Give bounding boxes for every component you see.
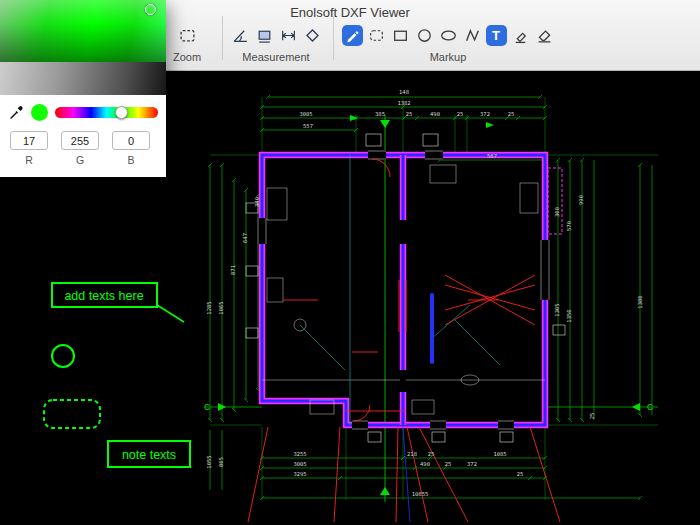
toolbar-group-zoom: Zoom	[164, 22, 210, 63]
user-annotations: add texts here note texts	[44, 283, 190, 467]
dim-text: 490	[430, 111, 440, 117]
dim-text: 25	[517, 471, 524, 477]
markup-eraser-button[interactable]	[534, 25, 555, 46]
blue-label: B	[112, 154, 150, 166]
dim-text: 871	[230, 265, 236, 275]
dashed-window-box	[548, 168, 562, 234]
clear-diamond-icon	[304, 27, 321, 44]
dashed-rounded-annotation[interactable]	[44, 400, 100, 428]
polyline-icon	[464, 27, 481, 44]
dim-text: 148	[399, 89, 409, 95]
note-texts-annotation-label: note texts	[122, 448, 176, 462]
red-label: R	[10, 154, 48, 166]
blue-value-input[interactable]	[112, 131, 150, 150]
dim-text: 3295	[293, 471, 306, 477]
lasso-selection-icon	[368, 27, 385, 44]
dim-text: 1055	[206, 455, 212, 468]
markup-circle-button[interactable]	[414, 25, 435, 46]
dim-text: 1305	[554, 303, 560, 316]
measure-clear-button[interactable]	[302, 25, 323, 46]
dim-text: 1085	[493, 451, 506, 457]
dim-arrow	[486, 122, 494, 128]
app-window: Enolsoft DXF Viewer Zoom	[0, 0, 700, 525]
circle-icon	[416, 27, 433, 44]
dim-text: 570	[566, 221, 572, 231]
dim-text: 3005	[299, 111, 312, 117]
dim-text: 25	[508, 111, 515, 117]
pencil-icon	[345, 28, 360, 43]
eraser-icon	[536, 27, 553, 44]
red-value-input[interactable]	[10, 131, 48, 150]
angle-icon	[232, 27, 249, 44]
circle-annotation[interactable]	[52, 345, 74, 367]
dim-text: 647	[242, 233, 248, 243]
zoom-group-label: Zoom	[173, 51, 201, 63]
toolbar-separator	[333, 16, 334, 60]
green-value-input[interactable]	[61, 131, 99, 150]
dim-text: 567	[487, 153, 497, 159]
measure-area-button[interactable]	[254, 25, 275, 46]
markup-highlighter-button[interactable]	[510, 25, 531, 46]
toolbar-group-measurement: Measurement	[228, 22, 324, 63]
markup-ellipse-button[interactable]	[438, 25, 459, 46]
markup-text-button[interactable]: T	[486, 25, 507, 46]
add-texts-annotation-label: add texts here	[64, 289, 143, 303]
measurement-group-label: Measurement	[242, 51, 309, 63]
distance-icon	[280, 27, 297, 44]
section-marker-right: C	[647, 402, 653, 412]
dim-text: 372	[467, 461, 477, 467]
dim-text: 1285	[206, 301, 212, 314]
toolbar-group-markup: T Markup	[349, 22, 547, 63]
current-color-swatch	[31, 104, 48, 121]
dim-text: 557	[303, 123, 313, 129]
dim-text: 10855	[412, 491, 429, 497]
dim-arrow	[350, 115, 358, 121]
dim-text: 490	[420, 461, 430, 467]
zoom-marquee-button[interactable]	[177, 25, 198, 46]
dim-text: 1356	[566, 309, 572, 322]
section-arrow-up	[380, 487, 390, 495]
area-icon	[256, 27, 273, 44]
shade-gradient-strip[interactable]	[0, 62, 166, 95]
rectangle-icon	[392, 27, 409, 44]
dim-text: 1065	[218, 301, 224, 314]
hue-slider-knob[interactable]	[115, 106, 128, 119]
toolbar-separator	[222, 16, 223, 60]
markup-lasso-button[interactable]	[366, 25, 387, 46]
markup-polyline-button[interactable]	[462, 25, 483, 46]
markup-group-label: Markup	[430, 51, 467, 63]
dimension-texts: 148 1382 3005 385 25 490 25 372 25 557 5…	[206, 89, 643, 497]
dim-text: 25	[406, 111, 413, 117]
dim-text: 805	[218, 457, 224, 467]
highlighter-icon	[512, 27, 529, 44]
dim-text: 25	[445, 461, 452, 467]
dim-text: 1382	[397, 100, 410, 106]
section-marker-left: C	[204, 402, 210, 412]
section-arrow-down	[380, 120, 390, 128]
measure-angle-button[interactable]	[230, 25, 251, 46]
marquee-zoom-icon	[179, 27, 196, 44]
dim-text: 372	[480, 111, 490, 117]
dim-text: 340	[254, 197, 260, 207]
eyedropper-icon[interactable]	[8, 105, 24, 121]
spectrum-cursor[interactable]	[145, 4, 156, 15]
color-spectrum[interactable]	[0, 0, 166, 62]
dim-text: 218	[407, 451, 417, 457]
hue-slider[interactable]	[55, 107, 158, 118]
ellipse-icon	[440, 27, 457, 44]
color-picker-panel: R G B	[0, 0, 166, 177]
dim-text: 25	[457, 111, 464, 117]
section-c-arrow-right	[632, 403, 640, 411]
dim-text: 25	[589, 413, 595, 420]
text-tool-icon: T	[492, 29, 500, 42]
green-label: G	[61, 154, 99, 166]
dim-text: 3005	[293, 461, 306, 467]
dim-text: 3255	[293, 451, 306, 457]
measure-distance-button[interactable]	[278, 25, 299, 46]
annotation-leader-line	[157, 305, 184, 322]
dim-text: 990	[578, 195, 584, 205]
markup-pencil-button[interactable]	[342, 25, 363, 46]
dim-text: 25	[428, 451, 435, 457]
dim-text: 300	[554, 207, 560, 217]
markup-rectangle-button[interactable]	[390, 25, 411, 46]
